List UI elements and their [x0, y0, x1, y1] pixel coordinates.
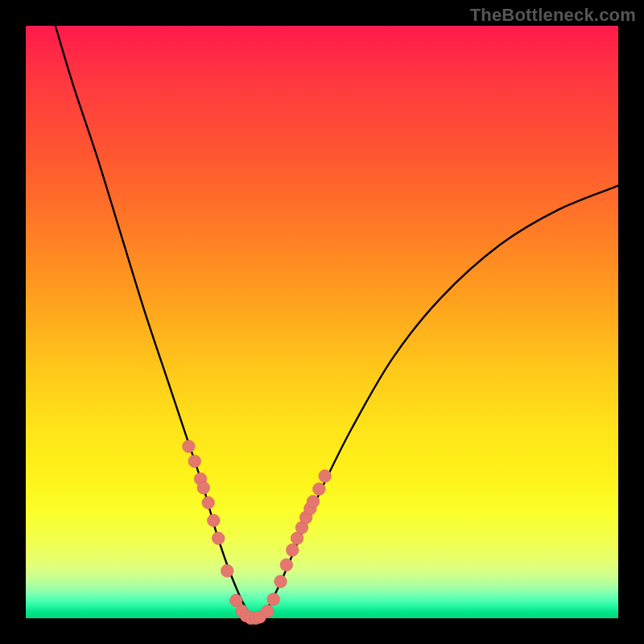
- data-marker: [319, 470, 332, 483]
- bottleneck-curve: [56, 26, 618, 618]
- data-marker: [188, 455, 201, 468]
- data-marker: [197, 481, 210, 494]
- data-marker: [221, 564, 233, 577]
- plot-area: [26, 26, 618, 618]
- data-marker: [280, 559, 293, 572]
- data-marker: [286, 544, 299, 557]
- curve-svg: [26, 26, 618, 618]
- data-marker: [261, 605, 274, 617]
- data-marker: [313, 483, 326, 496]
- data-marker: [267, 593, 280, 606]
- data-marker: [307, 495, 320, 508]
- data-marker: [183, 440, 196, 453]
- data-marker: [212, 532, 225, 545]
- watermark-text: TheBottleneck.com: [470, 5, 636, 26]
- chart-frame: TheBottleneck.com: [0, 0, 644, 644]
- data-marker: [208, 514, 221, 527]
- data-marker: [202, 497, 215, 510]
- marker-group: [183, 440, 332, 625]
- data-marker: [275, 576, 287, 588]
